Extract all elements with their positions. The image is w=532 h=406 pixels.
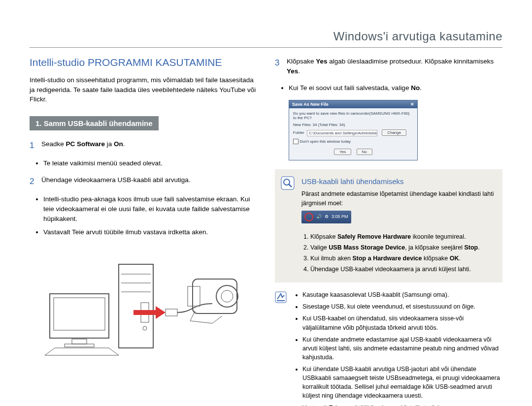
- svg-rect-15: [188, 286, 200, 306]
- left-column: Intelli-studio PROGRAMMI KASUTAMINE Inte…: [30, 57, 257, 406]
- t: algab üleslaadimise protseduur. Klõpsake…: [328, 58, 494, 65]
- step-1-text: Seadke PC Software ja On.: [41, 139, 125, 152]
- tray-icon: 🔊: [316, 214, 322, 220]
- section-heading: Intelli-studio PROGRAMMI KASUTAMINE: [30, 57, 257, 68]
- bullet: Te leiate vaikimisi menüü seaded olevat.: [43, 158, 257, 168]
- t: .: [478, 244, 479, 251]
- t: Kui Te ei soovi uut faili salvestada, va…: [289, 84, 411, 92]
- bullet: Intelli-studio pea-aknaga koos ilmub uue…: [43, 194, 257, 224]
- step-bar: 1. Samm USB-kaabli ühendamine: [30, 116, 159, 130]
- checkbox-label: Don't open this window today: [299, 139, 351, 143]
- bold: Stop a Hardware device: [352, 255, 422, 262]
- checkbox[interactable]: [293, 139, 299, 144]
- folder-label: Folder: [293, 130, 304, 135]
- t: Klõpsake: [310, 233, 337, 240]
- dialog-folder-row: Folder C:\Documents and Settings\Adminis…: [293, 129, 413, 136]
- pc-camcorder-diagram-icon: [45, 250, 242, 358]
- note-icon: [275, 291, 287, 303]
- svg-marker-10: [133, 306, 166, 319]
- dialog-question: Do you want to save new files in camcord…: [293, 111, 413, 120]
- svg-rect-0: [50, 294, 109, 338]
- no-button[interactable]: No: [357, 149, 372, 155]
- step-1-bullets: Te leiate vaikimisi menüü seaded olevat.: [30, 158, 257, 168]
- step-3: 3 Klõpsake Yes algab üleslaadimise prots…: [275, 57, 502, 77]
- svg-rect-12: [193, 279, 237, 313]
- dialog-titlebar: Save As New File ✕: [289, 100, 417, 108]
- dialog-checkbox-row: Don't open this window today: [293, 139, 413, 144]
- bold: USB Mass Storage Device: [329, 244, 405, 251]
- bold: Safely Remove Hardware: [337, 233, 411, 240]
- step-number: 3: [275, 57, 282, 77]
- svg-point-13: [216, 285, 238, 307]
- intro-paragraph: Intelli-studio on sisseehitatud programm…: [30, 75, 257, 104]
- t: ja: [105, 140, 114, 148]
- svg-rect-3: [65, 344, 94, 347]
- bold: On: [114, 140, 123, 148]
- t: .: [123, 140, 125, 148]
- svg-rect-2: [72, 339, 87, 344]
- bold: Stop: [464, 244, 478, 251]
- t: klõpsake: [422, 255, 450, 262]
- t: Valige: [310, 244, 329, 251]
- taskbar-time: 3:05 PM: [332, 214, 348, 220]
- infobox-title: USB-kaabli lahti ühendamiseks: [301, 176, 495, 187]
- list-item: Klõpsake Safely Remove Hardware ikoonile…: [310, 232, 495, 241]
- tray-icon: ⚙: [325, 214, 329, 220]
- infobox-paragraph: Pärast andmete edastamise lõpetamist ühe…: [301, 189, 495, 207]
- bold: No: [411, 84, 420, 92]
- notes-block: Kasutage kaasasolevat USB-kaablit (Samsu…: [275, 290, 502, 406]
- list-item: Valige USB Mass Storage Device, ja klõps…: [310, 243, 495, 252]
- t: .: [298, 67, 300, 75]
- t: , ja klõpsake seejärel: [405, 244, 464, 251]
- t: Seadke: [41, 140, 66, 148]
- list-item: Sisestage USB, kui olete veendunud, et s…: [302, 302, 502, 311]
- step-2: 2 Ühendage videokaamera USB-kaabli abil …: [30, 175, 257, 188]
- svg-rect-1: [54, 298, 105, 330]
- right-column: 3 Klõpsake Yes algab üleslaadimise prots…: [275, 57, 502, 406]
- usb-disconnect-infobox: USB-kaabli lahti ühendamiseks Pärast and…: [275, 169, 502, 283]
- bullet: Vastavalt Teie arvuti tüübile ilmub vast…: [43, 227, 257, 237]
- step-number: 1: [30, 139, 36, 152]
- svg-rect-11: [166, 309, 177, 316]
- page-header: Windows'i arvutiga kasutamine: [30, 30, 502, 48]
- bullet: Kui Te ei soovi uut faili salvestada, va…: [289, 83, 502, 93]
- bold: OK: [450, 255, 459, 262]
- svg-point-9: [143, 326, 147, 330]
- list-item: Kui ühendate andmete edastamise ajal USB…: [302, 335, 502, 362]
- step-3-text: Klõpsake Yes algab üleslaadimise protsed…: [287, 57, 502, 77]
- list-item: Kui ilmub aken Stop a Hardware device kl…: [310, 254, 495, 263]
- folder-path-field[interactable]: C:\Documents and Settings\Administrator\…: [307, 130, 377, 136]
- dialog-newfiles: New Files: 34 (Total Files: 34): [293, 123, 413, 127]
- change-button[interactable]: Change: [382, 129, 406, 136]
- svg-rect-4: [119, 264, 153, 348]
- list-item: Vastavalt Teie arvuti tüübile ei pruugi …: [302, 404, 502, 406]
- t: Klõpsake: [287, 58, 316, 65]
- step-2-text: Ühendage videokaamera USB-kaabli abil ar…: [41, 175, 190, 188]
- magnify-icon: [281, 176, 295, 190]
- step-1: 1 Seadke PC Software ja On.: [30, 139, 257, 152]
- bold: Yes: [316, 58, 327, 65]
- step-3-bullets: Kui Te ei soovi uut faili salvestada, va…: [275, 83, 502, 93]
- usb-connection-illustration: [30, 247, 257, 360]
- step-number: 2: [30, 175, 36, 188]
- bold: PC Software: [66, 140, 105, 148]
- yes-button[interactable]: Yes: [334, 149, 351, 155]
- safely-remove-hardware-icon[interactable]: [304, 213, 313, 221]
- step-2-bullets: Intelli-studio pea-aknaga koos ilmub uue…: [30, 194, 257, 237]
- close-icon[interactable]: ✕: [410, 102, 414, 107]
- list-item: Ühendage USB-kaabel videokaamera ja arvu…: [310, 265, 495, 274]
- list-item: Kui ühendate USB-kaabli arvutiga USB-jao…: [302, 365, 502, 401]
- save-as-new-file-dialog: Save As New File ✕ Do you want to save n…: [289, 100, 418, 160]
- t: Kui ilmub aken: [310, 255, 352, 262]
- list-item: Kasutage kaasasolevat USB-kaablit (Samsu…: [302, 290, 502, 299]
- svg-rect-16: [281, 177, 294, 189]
- infobox-steps: Klõpsake Safely Remove Hardware ikoonile…: [301, 232, 495, 274]
- bold: Yes: [287, 67, 298, 75]
- dialog-title: Save As New File: [292, 102, 329, 107]
- taskbar-snippet: 🔊 ⚙ 3:05 PM: [301, 211, 351, 223]
- t: ikoonile tegumireal.: [411, 233, 466, 240]
- t: .: [420, 84, 422, 92]
- svg-point-14: [221, 290, 233, 302]
- notes-list: Kasutage kaasasolevat USB-kaablit (Samsu…: [294, 290, 502, 406]
- list-item: Kui USB-kaabel on ühendatud, siis videok…: [302, 314, 502, 332]
